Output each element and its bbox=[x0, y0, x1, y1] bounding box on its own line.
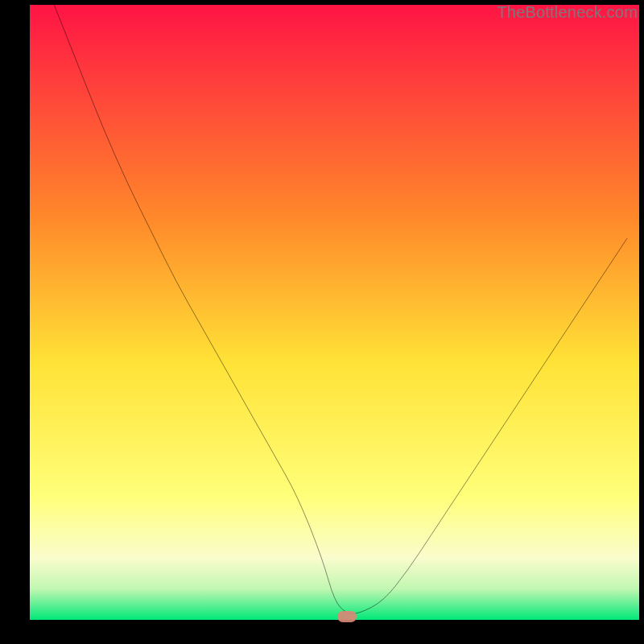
background-gradient bbox=[30, 5, 639, 620]
chart-stage: TheBottleneck.com bbox=[0, 0, 644, 644]
watermark-label: TheBottleneck.com bbox=[497, 3, 638, 22]
plot-area bbox=[30, 5, 639, 620]
optimal-marker bbox=[337, 611, 357, 622]
svg-rect-0 bbox=[30, 5, 639, 620]
